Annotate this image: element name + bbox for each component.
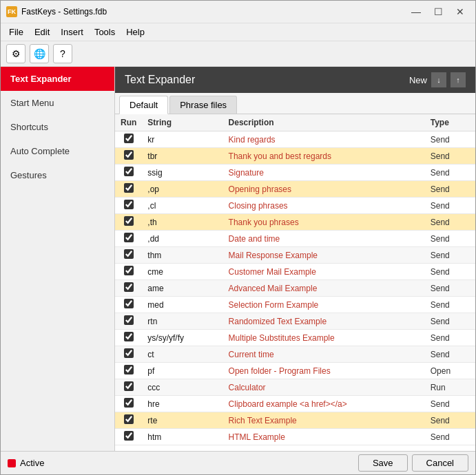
type-cell: Send [425, 214, 475, 231]
type-cell: Send [425, 280, 475, 297]
run-checkbox[interactable] [124, 282, 134, 292]
tab-default[interactable]: Default [119, 96, 168, 114]
help-button[interactable]: ? [53, 44, 72, 63]
sidebar-item-text-expander[interactable]: Text Expander [1, 67, 114, 91]
menu-bar: File Edit Insert Tools Help [1, 23, 475, 41]
run-cell [115, 363, 142, 379]
run-checkbox[interactable] [124, 150, 134, 160]
main-panel: Text Expander New ↓ ↑ Default Phrase fil… [115, 67, 475, 451]
string-cell: ccc [142, 379, 223, 396]
table-row: thmMail Response ExampleSend [115, 247, 475, 264]
tabs: Default Phrase files [115, 93, 475, 114]
description-cell: Thank you and best regards [223, 148, 425, 165]
run-cell [115, 264, 142, 280]
web-button[interactable]: 🌐 [30, 44, 49, 63]
menu-edit[interactable]: Edit [29, 25, 55, 39]
run-checkbox[interactable] [124, 414, 134, 424]
run-cell [115, 379, 142, 396]
maximize-button[interactable]: ☐ [428, 5, 448, 19]
string-cell: hre [142, 396, 223, 412]
table-row: ctCurrent timeSend [115, 346, 475, 363]
table-row: ,clClosing phrasesSend [115, 198, 475, 214]
run-checkbox[interactable] [124, 315, 134, 325]
type-cell: Send [425, 297, 475, 313]
tab-phrase-files[interactable]: Phrase files [169, 96, 237, 114]
description-cell: Signature [223, 165, 425, 181]
table-row: htmHTML ExampleSend [115, 429, 475, 445]
title-bar-left: FK FastKeys - Settings.fdb [6, 6, 107, 17]
run-checkbox[interactable] [124, 348, 134, 358]
description-cell: HTML Example [223, 429, 425, 445]
run-checkbox[interactable] [124, 365, 134, 374]
type-cell: Send [425, 429, 475, 445]
run-cell [115, 231, 142, 247]
sidebar-item-shortcuts[interactable]: Shortcuts [1, 115, 114, 139]
string-cell: ,op [142, 181, 223, 198]
settings-button[interactable]: ⚙ [6, 44, 25, 63]
description-cell: Customer Mail Example [223, 264, 425, 280]
col-description: Description [223, 114, 425, 131]
type-cell: Send [425, 148, 475, 165]
run-checkbox[interactable] [124, 249, 134, 259]
move-up-button[interactable]: ↑ [451, 72, 466, 87]
string-cell: ct [142, 346, 223, 363]
string-cell: kr [142, 131, 223, 148]
description-cell: Rich Text Example [223, 412, 425, 429]
run-checkbox[interactable] [124, 332, 134, 341]
description-cell: Kind regards [223, 131, 425, 148]
type-cell: Send [425, 396, 475, 412]
new-button[interactable]: New [409, 75, 427, 85]
run-checkbox[interactable] [124, 134, 134, 143]
app-icon: FK [6, 6, 17, 17]
run-checkbox[interactable] [124, 233, 134, 242]
run-cell [115, 313, 142, 330]
run-cell [115, 330, 142, 346]
status-buttons: Save Cancel [358, 454, 468, 472]
sidebar-item-start-menu[interactable]: Start Menu [1, 91, 114, 115]
run-checkbox[interactable] [124, 216, 134, 226]
type-cell: Send [425, 346, 475, 363]
menu-insert[interactable]: Insert [55, 25, 89, 39]
active-indicator [8, 459, 16, 467]
sidebar-item-gestures[interactable]: Gestures [1, 163, 114, 187]
sidebar-item-auto-complete[interactable]: Auto Complete [1, 139, 114, 163]
string-cell: ,cl [142, 198, 223, 214]
type-cell: Send [425, 181, 475, 198]
string-cell: pf [142, 363, 223, 379]
cancel-button[interactable]: Cancel [412, 454, 468, 472]
string-cell: cme [142, 264, 223, 280]
type-cell: Send [425, 231, 475, 247]
menu-file[interactable]: File [3, 25, 29, 39]
menu-tools[interactable]: Tools [89, 25, 121, 39]
main-header: Text Expander New ↓ ↑ [115, 67, 475, 93]
col-string: String [142, 114, 223, 131]
description-cell: Opening phrases [223, 181, 425, 198]
table-row: ,opOpening phrasesSend [115, 181, 475, 198]
move-down-button[interactable]: ↓ [431, 72, 446, 87]
table-row: rteRich Text ExampleSend [115, 412, 475, 429]
run-checkbox[interactable] [124, 266, 134, 275]
description-cell: Mail Response Example [223, 247, 425, 264]
main-header-right: New ↓ ↑ [409, 72, 466, 87]
run-checkbox[interactable] [124, 398, 134, 408]
run-checkbox[interactable] [124, 200, 134, 209]
close-button[interactable]: ✕ [451, 5, 470, 19]
table-container: Run String Description Type krKind regar… [115, 114, 475, 451]
run-checkbox[interactable] [124, 381, 134, 391]
minimize-button[interactable]: — [406, 5, 426, 19]
description-cell: Calculator [223, 379, 425, 396]
string-cell: ,th [142, 214, 223, 231]
run-cell [115, 214, 142, 231]
description-cell: Selection Form Example [223, 297, 425, 313]
menu-help[interactable]: Help [121, 25, 150, 39]
run-cell [115, 346, 142, 363]
run-checkbox[interactable] [124, 299, 134, 308]
run-checkbox[interactable] [124, 431, 134, 441]
run-checkbox[interactable] [124, 167, 134, 176]
table-row: cccCalculatorRun [115, 379, 475, 396]
description-cell: Multiple Substitutes Example [223, 330, 425, 346]
run-checkbox[interactable] [124, 183, 134, 193]
title-bar: FK FastKeys - Settings.fdb — ☐ ✕ [1, 1, 475, 23]
table-row: medSelection Form ExampleSend [115, 297, 475, 313]
save-button[interactable]: Save [358, 454, 408, 472]
